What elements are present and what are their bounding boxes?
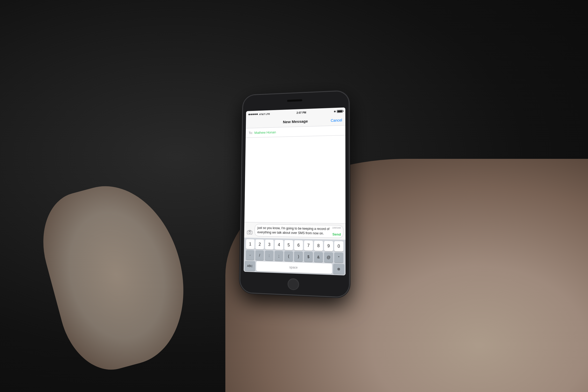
hand-left — [31, 171, 203, 380]
key-5[interactable]: 5 — [284, 240, 293, 250]
signal-dot-3 — [252, 113, 254, 115]
key-6[interactable]: 6 — [294, 240, 303, 251]
status-time: 2:07 PM — [297, 111, 306, 114]
abc-key[interactable]: ABC — [245, 261, 255, 271]
battery-fill — [338, 110, 342, 112]
battery-indicator — [337, 110, 343, 113]
camera-button[interactable] — [246, 228, 253, 236]
cancel-button[interactable]: Cancel — [331, 118, 342, 122]
message-input-area: 100/160 just so you know, I'm going to b… — [244, 222, 346, 240]
space-key[interactable]: space — [256, 261, 332, 274]
key-ampersand[interactable]: & — [314, 252, 323, 262]
message-text: just so you know, I'm going to be keepin… — [257, 226, 330, 236]
key-quote[interactable]: " — [334, 252, 343, 263]
key-open-paren[interactable]: ( — [284, 251, 293, 261]
key-1[interactable]: 1 — [246, 239, 254, 249]
signal-dot-2 — [250, 113, 252, 115]
keyboard-row-symbols: - / : ; ( ) $ & @ " — [245, 250, 345, 263]
key-7[interactable]: 7 — [304, 240, 313, 251]
message-body-area — [244, 135, 345, 224]
phone: AT&T LTE 2:07 PM ✱ New Message Cancel To… — [240, 90, 349, 297]
char-count: 100/160 — [332, 226, 341, 229]
keyboard-bottom-row: ABC space ⊗ — [245, 261, 344, 274]
svg-point-1 — [249, 231, 250, 233]
key-colon[interactable]: : — [265, 250, 274, 260]
key-slash[interactable]: / — [255, 250, 264, 260]
signal-dot-4 — [254, 113, 256, 115]
scene: AT&T LTE 2:07 PM ✱ New Message Cancel To… — [0, 0, 588, 392]
key-semicolon[interactable]: ; — [275, 251, 283, 261]
earpiece — [287, 99, 302, 102]
nav-title: New Message — [283, 119, 308, 124]
to-label: To: — [249, 131, 253, 135]
status-left: AT&T LTE — [248, 112, 270, 116]
key-close-paren[interactable]: ) — [294, 251, 303, 261]
signal-dot-5 — [256, 113, 258, 115]
signal-dots — [248, 113, 258, 115]
carrier-text: AT&T LTE — [259, 112, 270, 115]
key-4[interactable]: 4 — [275, 240, 283, 250]
message-text-input[interactable]: 100/160 just so you know, I'm going to b… — [255, 224, 343, 238]
key-dollar[interactable]: $ — [304, 251, 313, 262]
delete-key[interactable]: ⊗ — [333, 263, 345, 274]
key-8[interactable]: 8 — [314, 240, 323, 251]
key-at[interactable]: @ — [324, 252, 333, 262]
keyboard: 1 2 3 4 5 6 7 8 9 0 - / : ; ( — [243, 238, 346, 275]
key-3[interactable]: 3 — [265, 239, 274, 250]
recipient-name: Mathew Honan — [254, 130, 276, 134]
key-0[interactable]: 0 — [334, 241, 343, 251]
signal-dot-1 — [248, 113, 250, 115]
key-dash[interactable]: - — [246, 250, 254, 260]
status-right: ✱ — [334, 110, 343, 113]
home-button[interactable] — [288, 278, 299, 290]
keyboard-row-numbers: 1 2 3 4 5 6 7 8 9 0 — [245, 239, 345, 252]
bluetooth-icon: ✱ — [334, 110, 336, 113]
key-2[interactable]: 2 — [255, 239, 264, 250]
key-9[interactable]: 9 — [324, 241, 333, 251]
phone-screen: AT&T LTE 2:07 PM ✱ New Message Cancel To… — [243, 107, 346, 275]
send-button[interactable]: Send — [332, 232, 341, 236]
